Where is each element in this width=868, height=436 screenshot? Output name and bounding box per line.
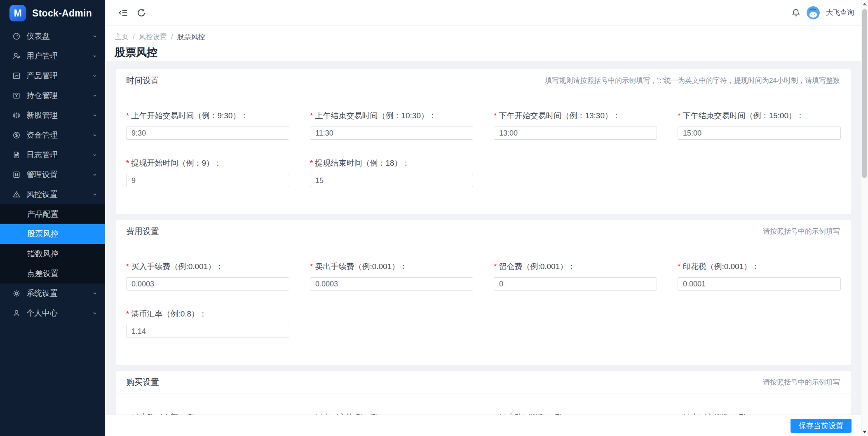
card-header: 购买设置 请按照括号中的示例填写 [116,371,851,394]
buy-fee-input[interactable] [126,277,289,291]
afternoon-close-time-input[interactable] [678,127,841,140]
card-header: 时间设置 填写规则请按照括号中的示例填写，":"统一为英文中的字符，提现时间为2… [116,69,851,92]
field-label-text: 提现开始时间（例：9）： [131,159,222,167]
system-settings-icon [12,289,21,298]
hkd-rate-input[interactable] [126,325,289,338]
sidebar-item-ipo-management[interactable]: 新股管理 [0,105,105,125]
profile-icon [12,309,21,317]
sidebar-item-label: 资金管理 [26,130,92,141]
sidebar-subitem-stock-risk[interactable]: 股票风控 [0,224,105,244]
sidebar-item-position-management[interactable]: 持仓管理 [0,86,105,105]
app-logo[interactable]: M Stock-Admin [0,0,105,26]
app-title: Stock-Admin [32,8,92,19]
field-label: *卖出手续费（例:0.001）： [310,261,473,272]
breadcrumb-item-home[interactable]: 主页 [115,32,129,42]
morning-close-time-input[interactable] [310,127,473,140]
withdraw-end-time-input[interactable] [310,174,473,187]
chevron-down-icon [92,172,98,178]
scroll-down-arrow-icon[interactable] [861,429,868,435]
breadcrumb-separator: / [171,33,173,41]
submenu-item-label: 股票风控 [27,229,59,239]
sidebar-item-admin-settings[interactable]: 管理设置 [0,165,105,185]
sidebar-subitem-product-config[interactable]: 产品配置 [0,204,105,224]
required-asterisk: * [678,111,680,120]
form-field: *下午结束交易时间（例：15:00）： [678,110,841,140]
holding-fee-input[interactable] [494,277,657,291]
card-header: 费用设置 请按照括号中的示例填写 [116,220,851,243]
card-time-settings: 时间设置 填写规则请按照括号中的示例填写，":"统一为英文中的字符，提现时间为2… [116,69,851,214]
card-body: *上午开始交易时间（例：9:30）： *上午结束交易时间（例：10:30）： *… [116,92,851,214]
sidebar-item-user-management[interactable]: 用户管理 [0,46,105,66]
risk-settings-submenu: 产品配置 股票风控 指数风控 点差设置 [0,204,105,284]
sidebar-item-label: 个人中心 [26,308,92,319]
sidebar: M Stock-Admin 仪表盘 用户管理 产品管理 持仓管理 新股管理 [0,0,105,436]
scroll-up-arrow-icon[interactable] [861,1,868,7]
risk-settings-icon [12,190,21,199]
form-field: *提现开始时间（例：9）： [126,158,289,187]
field-label-text: 港币汇率（例:0.8）： [131,309,207,318]
field-label: *下午开始交易时间（例：13:30）： [494,110,657,121]
sidebar-item-risk-settings[interactable]: 风控设置 [0,185,105,204]
funds-management-icon [12,131,21,139]
refresh-icon[interactable] [136,8,146,18]
required-asterisk: * [494,111,497,120]
card-title: 购买设置 [126,377,159,388]
stock-logo-icon: M [9,5,26,21]
content: 时间设置 填写规则请按照括号中的示例填写，":"统一为英文中的字符，提现时间为2… [105,61,868,436]
form-field: *提现结束时间（例：18）： [310,158,473,187]
sidebar-item-profile[interactable]: 个人中心 [0,303,105,323]
sidebar-item-label: 产品管理 [26,70,92,81]
form-field: *买入手续费（例:0.001）： [126,261,289,291]
ipo-management-icon [12,111,21,120]
card-body: *买入手续费（例:0.001）： *卖出手续费（例:0.001）： *留仓费（例… [116,243,851,365]
sidebar-item-system-settings[interactable]: 系统设置 [0,284,105,303]
user-name[interactable]: 大飞查询 [826,8,854,17]
chevron-down-icon [92,132,98,138]
field-label: *留仓费（例:0.001）： [494,261,657,272]
form-field: *留仓费（例:0.001）： [494,261,657,291]
field-label-text: 卖出手续费（例:0.001）： [315,262,407,271]
chevron-down-icon [92,152,98,158]
field-label: *上午开始交易时间（例：9:30）： [126,110,289,121]
breadcrumb-separator: / [133,33,135,41]
field-label: *买入手续费（例:0.001）： [126,261,289,272]
form-field: *卖出手续费（例:0.001）： [310,261,473,291]
sidebar-subitem-spread-settings[interactable]: 点差设置 [0,264,105,284]
card-note: 请按照括号中的示例填写 [763,227,840,236]
sidebar-item-dashboard[interactable]: 仪表盘 [0,26,105,46]
sidebar-item-product-management[interactable]: 产品管理 [0,66,105,86]
chevron-down-icon [92,93,98,98]
avatar[interactable] [807,6,820,19]
required-asterisk: * [126,309,129,318]
sell-fee-input[interactable] [310,277,473,291]
withdraw-start-time-input[interactable] [126,174,289,187]
required-asterisk: * [310,159,313,167]
product-management-icon [12,72,21,80]
field-label-text: 上午开始交易时间（例：9:30）： [131,111,248,120]
scrollbar-thumb[interactable] [862,9,867,178]
stamp-tax-input[interactable] [678,277,841,291]
vertical-scrollbar[interactable] [861,0,868,436]
field-label: *下午结束交易时间（例：15:00）： [678,110,841,121]
sidebar-item-label: 持仓管理 [26,90,92,101]
required-asterisk: * [494,262,497,271]
topbar: 大飞查询 [105,0,868,26]
morning-open-time-input[interactable] [126,127,289,140]
chevron-down-icon [92,53,98,59]
page-header: 主页 / 风控设置 / 股票风控 股票风控 [105,26,868,61]
afternoon-open-time-input[interactable] [494,127,657,140]
sidebar-subitem-index-risk[interactable]: 指数风控 [0,244,105,264]
chevron-down-icon [92,73,98,79]
field-label: *提现结束时间（例：18）： [310,158,473,169]
sidebar-item-funds-management[interactable]: 资金管理 [0,125,105,145]
card-title: 时间设置 [126,75,159,86]
menu-fold-icon[interactable] [118,8,128,18]
field-label-text: 买入手续费（例:0.001）： [131,262,223,271]
sidebar-item-log-management[interactable]: 日志管理 [0,145,105,165]
save-settings-button[interactable]: 保存当前设置 [791,419,852,433]
bell-icon[interactable] [791,8,800,17]
chevron-down-icon [92,33,98,39]
sidebar-menu: 仪表盘 用户管理 产品管理 持仓管理 新股管理 资金管理 [0,26,105,436]
breadcrumb-item-risk-settings[interactable]: 风控设置 [139,32,167,42]
chevron-up-icon [92,192,98,197]
